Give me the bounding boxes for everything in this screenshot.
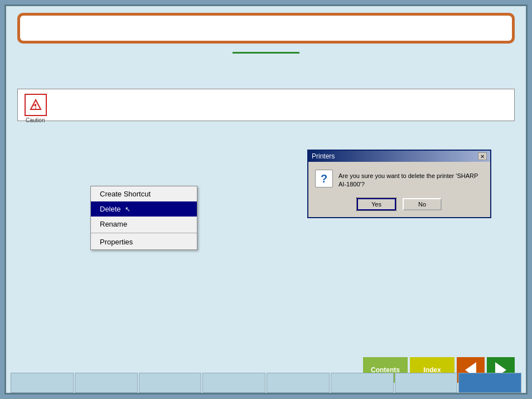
top-navigation-bar [17, 13, 515, 44]
dialog-question-icon: ? [315, 170, 333, 188]
dialog-yes-button[interactable]: Yes [357, 198, 396, 210]
context-menu-create-shortcut[interactable]: Create Shortcut [91, 186, 197, 201]
caution-label: Caution [26, 117, 45, 123]
tab-3[interactable] [139, 373, 202, 393]
cursor-icon: ↖ [125, 205, 130, 213]
bottom-tab-bar [11, 373, 521, 393]
tab-8-active[interactable] [458, 373, 521, 393]
caution-icon-box [25, 94, 47, 116]
main-frame: Caution Create Shortcut Delete ↖ Rename … [4, 4, 528, 395]
tab-4[interactable] [202, 373, 265, 393]
tab-7[interactable] [395, 373, 458, 393]
tab-5[interactable] [267, 373, 330, 393]
tab-1[interactable] [11, 373, 74, 393]
context-menu-separator [91, 233, 197, 233]
printers-dialog: Printers ✕ ? Are you sure you want to de… [307, 150, 491, 218]
tab-6[interactable] [331, 373, 394, 393]
caution-box: Caution [17, 89, 515, 121]
dialog-body: ? Are you sure you want to delete the pr… [308, 162, 490, 217]
dialog-title: Printers [312, 152, 335, 160]
tab-2[interactable] [75, 373, 138, 393]
context-menu-delete[interactable]: Delete ↖ [91, 201, 197, 217]
context-menu-rename[interactable]: Rename [91, 217, 197, 232]
dialog-message: Are you sure you want to delete the prin… [338, 170, 483, 189]
context-menu: Create Shortcut Delete ↖ Rename Properti… [90, 186, 197, 250]
top-bar-inner [20, 16, 512, 41]
caution-svg-icon [29, 98, 42, 112]
dialog-titlebar: Printers ✕ [308, 151, 490, 162]
separator-line [233, 52, 299, 54]
dialog-no-button[interactable]: No [403, 198, 442, 210]
dialog-content-row: ? Are you sure you want to delete the pr… [315, 170, 483, 189]
svg-point-1 [35, 108, 36, 109]
dialog-close-button[interactable]: ✕ [478, 152, 487, 160]
dialog-buttons: Yes No [315, 198, 483, 210]
context-menu-properties[interactable]: Properties [91, 234, 197, 249]
